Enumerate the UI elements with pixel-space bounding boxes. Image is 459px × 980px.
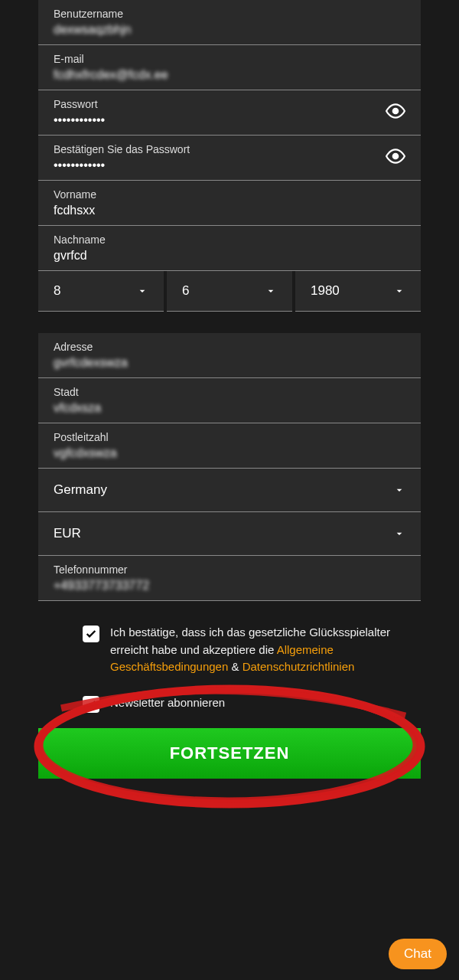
phone-label: Telefonnummer	[54, 564, 405, 576]
password-label: Passwort	[54, 98, 405, 110]
chevron-down-icon	[265, 285, 277, 297]
chevron-down-icon	[393, 285, 405, 297]
consent-checkbox[interactable]	[83, 626, 99, 642]
address-value[interactable]: gvrfcdexswza	[54, 356, 405, 370]
password-value[interactable]: ••••••••••••	[54, 113, 405, 127]
dob-day-select[interactable]: 8	[38, 271, 164, 312]
chat-button[interactable]: Chat	[389, 939, 447, 969]
eye-icon[interactable]	[386, 101, 405, 124]
dob-month-value: 6	[182, 283, 189, 299]
phone-field[interactable]: Telefonnummer +4933773733772	[38, 556, 421, 601]
currency-value: EUR	[54, 526, 81, 541]
svg-point-1	[393, 154, 399, 159]
dob-month-select[interactable]: 6	[167, 271, 292, 312]
address-field[interactable]: Adresse gvrfcdexswza	[38, 333, 421, 378]
username-value[interactable]: dexwsaqzbhjn	[54, 23, 405, 37]
username-label: Benutzername	[54, 8, 405, 20]
postal-label: Postleitzahl	[54, 431, 405, 443]
confirm-password-field[interactable]: Bestätigen Sie das Passwort ••••••••••••	[38, 136, 421, 181]
city-label: Stadt	[54, 386, 405, 398]
eye-icon[interactable]	[386, 146, 405, 169]
email-field[interactable]: E-mail fcdhxfrcdex@fcdx.ee	[38, 45, 421, 90]
lastname-field[interactable]: Nachname gvrfcd	[38, 226, 421, 271]
dob-day-value: 8	[54, 283, 60, 299]
dob-year-select[interactable]: 1980	[295, 271, 421, 312]
postal-value[interactable]: vgfcdxswza	[54, 446, 405, 460]
username-field[interactable]: Benutzername dexwsaqzbhjn	[38, 0, 421, 45]
newsletter-row: Newsletter abonnieren	[38, 685, 421, 722]
address-label: Adresse	[54, 341, 405, 353]
consent-text: Ich bestätige, dass ich das gesetzliche …	[110, 624, 421, 676]
consent-prefix: Ich bestätige, dass ich das gesetzliche …	[110, 626, 390, 656]
newsletter-label: Newsletter abonnieren	[110, 694, 225, 712]
currency-select[interactable]: EUR	[38, 512, 421, 556]
lastname-label: Nachname	[54, 234, 405, 246]
email-value[interactable]: fcdhxfrcdex@fcdx.ee	[54, 68, 405, 82]
postal-field[interactable]: Postleitzahl vgfcdxswza	[38, 423, 421, 469]
consent-row: Ich bestätige, dass ich das gesetzliche …	[38, 615, 421, 685]
check-icon	[85, 698, 97, 710]
continue-annotation-wrap: Newsletter abonnieren FORTSETZEN	[38, 685, 421, 779]
firstname-label: Vorname	[54, 188, 405, 201]
password-field[interactable]: Passwort ••••••••••••	[38, 90, 421, 136]
phone-value[interactable]: +4933773733772	[54, 579, 405, 593]
consent-and: &	[228, 660, 242, 673]
svg-point-0	[393, 109, 399, 114]
lastname-value[interactable]: gvrfcd	[54, 249, 405, 263]
dob-year-value: 1980	[311, 283, 340, 299]
email-label: E-mail	[54, 53, 405, 65]
firstname-field[interactable]: Vorname fcdhsxx	[38, 181, 421, 226]
check-icon	[85, 628, 97, 640]
country-value: Germany	[54, 482, 107, 498]
continue-button[interactable]: FORTSETZEN	[38, 728, 421, 779]
chevron-down-icon	[136, 285, 148, 297]
firstname-value[interactable]: fcdhsxx	[54, 204, 405, 217]
confirm-password-value[interactable]: ••••••••••••	[54, 158, 405, 172]
privacy-link[interactable]: Datenschutzrichtlinien	[243, 660, 355, 673]
country-select[interactable]: Germany	[38, 469, 421, 512]
chevron-down-icon	[393, 484, 405, 496]
dob-row: 8 6 1980	[38, 271, 421, 312]
city-field[interactable]: Stadt vfcdxsza	[38, 378, 421, 423]
confirm-password-label: Bestätigen Sie das Passwort	[54, 143, 405, 155]
chevron-down-icon	[393, 528, 405, 540]
newsletter-checkbox[interactable]	[83, 696, 99, 713]
city-value[interactable]: vfcdxsza	[54, 401, 405, 415]
